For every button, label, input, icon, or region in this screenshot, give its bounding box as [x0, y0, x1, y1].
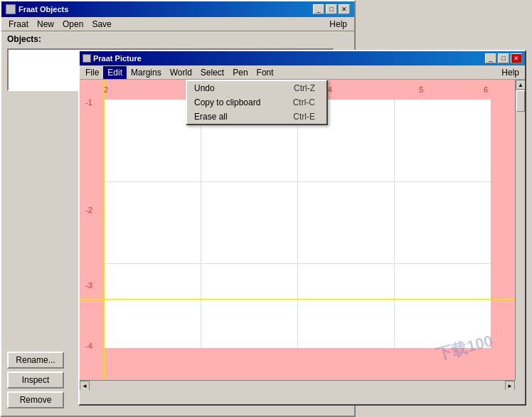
fraat-maximize-btn[interactable]: □ [326, 4, 337, 14]
fraat-menu-open[interactable]: Open [58, 19, 87, 30]
yellow-v-crosshair [104, 80, 105, 380]
scroll-left-btn[interactable]: ◄ [80, 381, 90, 390]
undo-label: Undo [194, 83, 215, 93]
fraat-menu-bar: Fraat New Open Save Help [1, 17, 354, 31]
axis-top-4: 4 [328, 85, 332, 94]
fraat-menu-fraat[interactable]: Fraat [4, 19, 33, 30]
erase-shortcut: Ctrl-E [293, 112, 315, 122]
axis-left-m4: -4 [85, 342, 92, 350]
fraat-menu-new[interactable]: New [33, 19, 58, 30]
axis-top-start: 2 [104, 85, 108, 94]
pic-menu-help[interactable]: Help [497, 66, 523, 79]
bottom-buttons: Rename... Inspect Remove [7, 352, 64, 408]
copy-label: Copy to clipboard [194, 97, 260, 107]
pic-menu-edit[interactable]: Edit [103, 66, 127, 79]
pic-menu-font[interactable]: Font [252, 66, 278, 79]
pink-margin-left [80, 80, 104, 380]
fraat-menu-save[interactable]: Save [87, 19, 115, 30]
praat-picture-window: Praat Picture _ □ ✕ File Edit Margins Wo… [78, 50, 526, 406]
picture-maximize-btn[interactable]: □ [498, 53, 509, 63]
pink-margin-right [491, 80, 515, 380]
grid-v-2 [297, 100, 298, 348]
picture-menu-bar: File Edit Margins World Select Pen Font … [80, 65, 525, 80]
menu-item-copy[interactable]: Copy to clipboard Ctrl-C [187, 95, 326, 110]
scroll-thumb-v[interactable] [516, 90, 525, 112]
undo-shortcut: Ctrl-Z [294, 83, 315, 93]
pic-menu-world[interactable]: World [166, 66, 196, 79]
picture-title-text: Praat Picture [93, 54, 142, 63]
picture-close-btn[interactable]: ✕ [511, 53, 522, 63]
axis-left-m1: -1 [85, 98, 92, 107]
menu-item-erase[interactable]: Erase all Ctrl-E [187, 110, 326, 124]
white-content [104, 100, 491, 348]
picture-title-group: Praat Picture [83, 54, 142, 63]
fraat-title-group: Fraat Objects [6, 4, 68, 14]
yellow-h-crosshair [80, 299, 515, 300]
copy-shortcut: Ctrl-C [293, 97, 315, 107]
fraat-title-text: Fraat Objects [18, 5, 68, 14]
scroll-right-btn[interactable]: ► [505, 381, 515, 390]
fraat-menu-help[interactable]: Help [325, 19, 351, 30]
scroll-up-btn[interactable]: ▲ [516, 80, 525, 90]
axis-left-m2: -2 [85, 206, 92, 214]
picture-titlebar: Praat Picture _ □ ✕ [80, 51, 525, 65]
pic-menu-margins[interactable]: Margins [127, 66, 166, 79]
edit-dropdown-menu: Undo Ctrl-Z Copy to clipboard Ctrl-C Era… [186, 80, 328, 125]
menu-item-undo[interactable]: Undo Ctrl-Z [187, 81, 326, 95]
fraat-window-icon [6, 4, 16, 14]
fraat-close-btn[interactable]: ✕ [339, 4, 350, 14]
inspect-button[interactable]: Inspect [7, 371, 64, 389]
remove-button[interactable]: Remove [7, 391, 64, 408]
grid-h-1 [104, 181, 491, 182]
vertical-scrollbar[interactable]: ▲ [515, 80, 525, 380]
grid-h-2 [104, 263, 491, 264]
pic-menu-select[interactable]: Select [196, 66, 228, 79]
canvas-container: 2 3 4 5 6 -1 -2 -3 -4 下载100 ▲ ◄ [80, 80, 525, 390]
objects-label: Objects: [1, 31, 354, 47]
picture-window-icon [83, 54, 91, 63]
rename-button[interactable]: Rename... [7, 352, 64, 369]
erase-label: Erase all [194, 112, 228, 122]
grid-v-3 [394, 100, 395, 348]
canvas-wrapper: 2 3 4 5 6 -1 -2 -3 -4 下载100 ▲ ◄ [80, 80, 525, 390]
axis-left-m3: -3 [85, 281, 92, 290]
pic-menu-file[interactable]: File [81, 66, 103, 79]
fraat-titlebar: Fraat Objects _ □ ✕ [1, 1, 354, 17]
fraat-minimize-btn[interactable]: _ [313, 4, 324, 14]
horizontal-scrollbar[interactable]: ◄ ► [80, 380, 515, 390]
axis-top-6: 6 [484, 85, 488, 94]
grid-v-1 [201, 100, 201, 348]
axis-top-5: 5 [419, 85, 423, 94]
picture-minimize-btn[interactable]: _ [485, 53, 496, 63]
pic-menu-pen[interactable]: Pen [228, 66, 252, 79]
fraat-titlebar-controls: _ □ ✕ [313, 4, 350, 14]
picture-titlebar-controls: _ □ ✕ [485, 53, 522, 63]
